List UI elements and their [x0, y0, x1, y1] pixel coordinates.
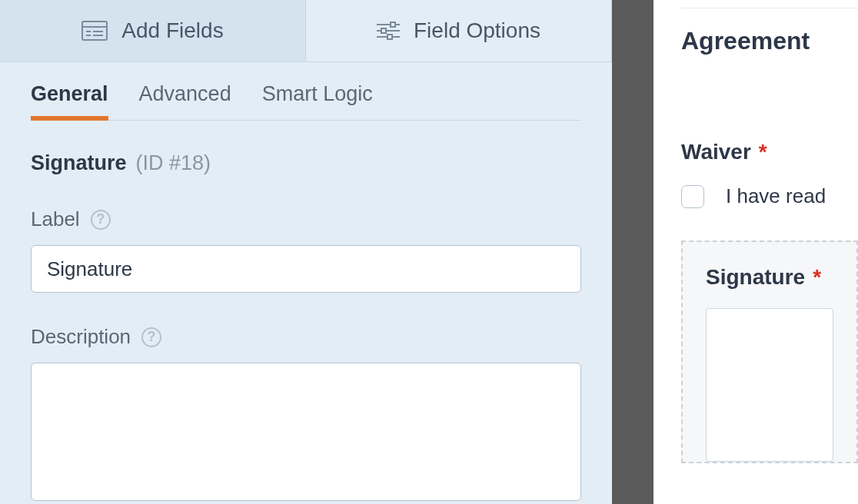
- signature-label: Signature: [706, 265, 805, 290]
- help-icon[interactable]: ?: [91, 210, 111, 230]
- tab-add-fields[interactable]: Add Fields: [0, 0, 306, 61]
- main-tabs: Add Fields Field Options: [0, 0, 612, 62]
- label-label: Label: [31, 207, 80, 231]
- field-header: Signature (ID #18): [31, 151, 581, 175]
- waiver-label: Waiver: [681, 140, 751, 164]
- svg-rect-11: [387, 35, 392, 39]
- description-input[interactable]: [31, 363, 581, 501]
- preview-panel: Agreement Waiver * I have read Signature…: [653, 0, 858, 504]
- required-asterisk: *: [813, 265, 821, 290]
- required-asterisk: *: [759, 140, 767, 164]
- subtab-general[interactable]: General: [31, 82, 108, 120]
- tab-field-options-label: Field Options: [414, 18, 540, 43]
- form-fields-icon: [81, 21, 108, 41]
- sub-tabs: General Advanced Smart Logic: [31, 82, 581, 121]
- waiver-checkbox-label: I have read: [726, 184, 826, 208]
- subtab-advanced[interactable]: Advanced: [139, 82, 231, 120]
- description-label: Description: [31, 325, 131, 349]
- panel-divider: [612, 0, 653, 504]
- label-input[interactable]: [31, 245, 581, 293]
- svg-rect-7: [391, 22, 395, 27]
- sliders-icon: [377, 21, 400, 41]
- signature-field-selected[interactable]: Signature *: [681, 240, 858, 463]
- tab-add-fields-label: Add Fields: [121, 18, 223, 43]
- help-icon[interactable]: ?: [141, 327, 161, 347]
- tab-field-options[interactable]: Field Options: [306, 0, 612, 61]
- waiver-field: Waiver * I have read: [681, 140, 858, 208]
- waiver-checkbox[interactable]: [681, 185, 704, 208]
- subtab-smart-logic[interactable]: Smart Logic: [262, 82, 373, 120]
- sidebar-panel: Add Fields Field Options Ge: [0, 0, 612, 504]
- field-title: Signature: [31, 151, 127, 175]
- signature-canvas[interactable]: [706, 308, 833, 462]
- preview-heading: Agreement: [681, 27, 858, 55]
- divider-line: [681, 8, 858, 8]
- field-id: (ID #18): [136, 151, 211, 175]
- svg-rect-9: [381, 28, 386, 33]
